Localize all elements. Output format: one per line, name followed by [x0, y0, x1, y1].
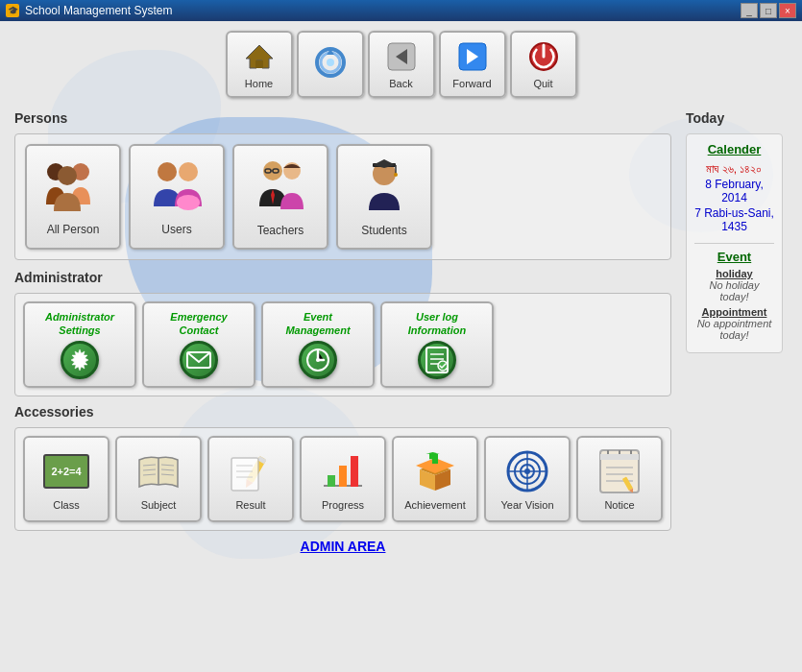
admin-grid: AdministratorSettings EmergencyContact — [14, 293, 671, 396]
subject-icon — [134, 447, 182, 495]
svg-rect-46 — [231, 458, 258, 491]
class-button[interactable]: 2+2=4 Class — [23, 436, 109, 522]
admin-title: Administrator — [14, 270, 671, 285]
back-button[interactable]: Back — [368, 31, 435, 98]
users-label: Users — [161, 223, 191, 236]
left-panel: Persons — [14, 106, 671, 554]
arabic-date: 7 Rabi-us-Sani, 1435 — [694, 206, 774, 233]
home-icon — [242, 39, 277, 74]
event-heading: Event — [694, 250, 774, 264]
right-panel: Today Calender মাঘ ২৬, ১৪২০ 8 February, … — [681, 106, 788, 554]
calendar-section: Calender মাঘ ২৬, ১৪২০ 8 February, 2014 7… — [694, 142, 774, 233]
emergency-contact-icon — [180, 341, 218, 379]
user-log-icon — [418, 341, 456, 379]
event-section: Event holiday No holiday today! Appointm… — [694, 243, 774, 341]
students-button[interactable]: Students — [336, 144, 432, 250]
svg-point-30 — [316, 358, 320, 362]
event-management-icon — [299, 341, 337, 379]
year-vision-icon — [503, 447, 551, 495]
svg-rect-70 — [600, 454, 639, 460]
achievement-label: Achievement — [404, 499, 466, 511]
home-button[interactable]: Home — [226, 31, 293, 98]
progress-label: Progress — [322, 499, 364, 511]
progress-icon — [319, 447, 367, 495]
notice-icon — [595, 447, 644, 495]
persons-grid: All Person — [14, 133, 671, 260]
admin-settings-label: AdministratorSettings — [45, 310, 114, 338]
accessories-title: Accessories — [14, 404, 671, 420]
svg-rect-1 — [255, 60, 263, 68]
refresh-icon — [313, 45, 348, 80]
today-title: Today — [686, 110, 783, 126]
students-icon — [355, 156, 413, 218]
forward-icon — [455, 39, 490, 74]
event-management-label: EventManagement — [285, 310, 350, 338]
users-button[interactable]: Users — [129, 144, 225, 250]
user-log-button[interactable]: User logInformation — [380, 301, 494, 388]
maximize-button[interactable]: □ — [760, 3, 777, 18]
svg-point-4 — [327, 59, 334, 66]
all-person-icon — [44, 158, 102, 217]
teachers-icon — [252, 156, 309, 218]
main-window: Home Back — [0, 21, 802, 672]
achievement-icon — [411, 447, 459, 495]
quit-label: Quit — [533, 78, 552, 89]
calendar-heading: Calender — [694, 142, 774, 156]
close-button[interactable]: × — [779, 3, 796, 18]
home-label: Home — [245, 78, 273, 89]
all-person-label: All Person — [47, 223, 100, 236]
forward-label: Forward — [452, 78, 491, 89]
svg-point-26 — [394, 173, 398, 177]
content-area: Persons — [0, 106, 802, 554]
result-icon — [227, 447, 275, 495]
appointment-text: No appointment today! — [694, 318, 774, 341]
svg-rect-52 — [339, 466, 347, 487]
accessories-section: Accessories 2+2=4 Class — [14, 404, 671, 531]
notice-button[interactable]: Notice — [576, 436, 663, 522]
users-icon — [148, 158, 206, 217]
svg-point-12 — [58, 166, 77, 185]
subject-button[interactable]: Subject — [115, 436, 202, 522]
holiday-text: No holiday today! — [694, 279, 774, 302]
bengali-date: মাঘ ২৬, ১৪২০ — [694, 162, 774, 176]
teachers-button[interactable]: Teachers — [232, 144, 328, 250]
user-log-label: User logInformation — [408, 310, 467, 338]
refresh-button[interactable] — [297, 31, 364, 98]
result-button[interactable]: Result — [207, 436, 294, 522]
event-management-button[interactable]: EventManagement — [261, 301, 375, 388]
svg-point-15 — [177, 195, 200, 210]
admin-area-link[interactable]: ADMIN AREA — [301, 539, 386, 554]
notice-label: Notice — [604, 499, 634, 511]
admin-settings-icon — [61, 341, 99, 379]
svg-point-13 — [158, 162, 177, 181]
quit-icon — [526, 39, 561, 74]
year-vision-button[interactable]: Year Vision — [484, 436, 571, 522]
window-controls: _ □ × — [741, 3, 796, 18]
app-icon: 🎓 — [6, 4, 19, 17]
back-icon — [384, 39, 419, 74]
quit-button[interactable]: Quit — [510, 31, 577, 98]
class-icon: 2+2=4 — [42, 447, 90, 495]
appointment-label: Appointment — [694, 306, 774, 318]
title-bar: 🎓 School Management System _ □ × — [0, 0, 802, 21]
emergency-contact-button[interactable]: EmergencyContact — [142, 301, 255, 388]
class-label: Class — [53, 499, 80, 511]
accessories-grid: 2+2=4 Class — [14, 427, 671, 531]
progress-button[interactable]: Progress — [300, 436, 386, 522]
window-title: School Management System — [25, 4, 172, 17]
subject-label: Subject — [141, 499, 177, 511]
emergency-contact-label: EmergencyContact — [170, 310, 227, 338]
all-person-button[interactable]: All Person — [25, 144, 121, 250]
english-date: 8 February, 2014 — [694, 178, 774, 204]
achievement-button[interactable]: Achievement — [392, 436, 478, 522]
svg-rect-59 — [432, 454, 438, 464]
forward-button[interactable]: Forward — [439, 31, 506, 98]
svg-rect-53 — [351, 456, 358, 487]
result-label: Result — [235, 499, 265, 511]
admin-settings-button[interactable]: AdministratorSettings — [23, 301, 136, 388]
minimize-button[interactable]: _ — [741, 3, 758, 18]
students-label: Students — [361, 224, 406, 237]
holiday-label: holiday — [694, 268, 774, 279]
teachers-label: Teachers — [257, 224, 304, 237]
admin-area: ADMIN AREA — [14, 539, 671, 554]
